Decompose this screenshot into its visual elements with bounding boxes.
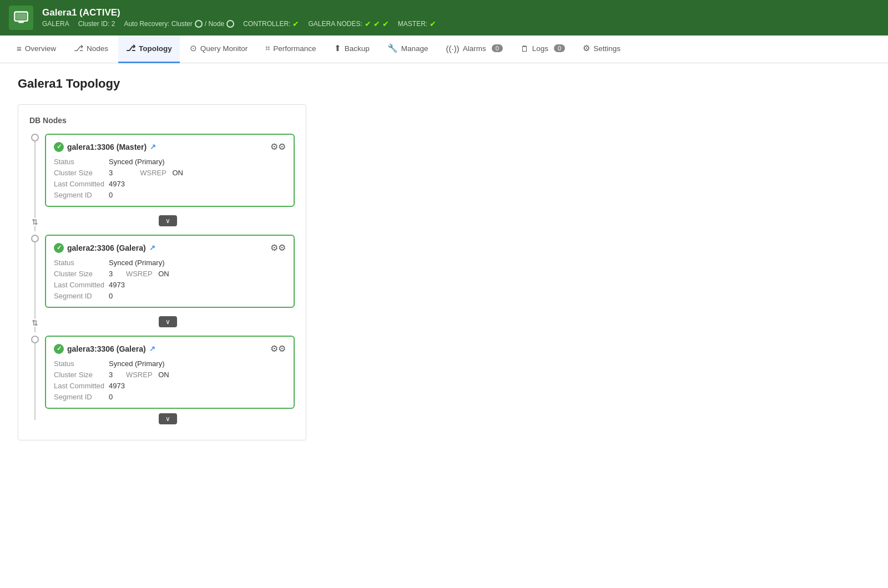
node2-segment-id-label: Segment ID [54,292,104,300]
node3-status-label: Status [54,359,104,368]
node3-card: ✓ galera3:3306 (Galera) ↗ ⚙⚙ Status Sync… [45,336,295,409]
node1-status-label: Status [54,158,104,166]
node2-cluster-size-label: Cluster Size [54,270,104,278]
node3-status-icon: ✓ [54,344,64,354]
node1-line [34,141,36,207]
node2-status-label: Status [54,258,104,267]
nav-label-backup: Backup [345,44,370,53]
node3-wrapper: ✓ galera3:3306 (Galera) ↗ ⚙⚙ Status Sync… [29,336,295,409]
node3-last-committed-label: Last Committed [54,382,104,390]
node2-fields: Status Synced (Primary) Cluster Size 3 W… [54,258,286,300]
master-status: MASTER: ✔ [398,19,436,28]
node1-circle [31,134,39,141]
node2-ext-link-icon[interactable]: ↗ [149,244,155,252]
nav-label-topology: Topology [139,44,172,53]
nav-item-logs[interactable]: 🗒 Logs 0 [513,36,573,63]
nav-label-alarms: Alarms [463,44,486,53]
node1-wrapper: ✓ galera1:3306 (Master) ↗ ⚙⚙ Status Sync… [29,134,295,207]
collapse-btn-node1[interactable]: ∨ [159,215,177,226]
manage-icon: 🔧 [387,43,398,53]
nav-item-overview[interactable]: ≡ Overview [9,36,64,63]
node2-title: ✓ galera2:3306 (Galera) ↗ [54,243,155,253]
between2-3-line-top [34,308,36,319]
nav-label-performance: Performance [273,44,316,53]
controller-status: CONTROLLER: ✔ [243,19,299,28]
header: Galera1 (ACTIVE) GALERA Cluster ID: 2 Au… [0,0,888,36]
alarms-badge: 0 [492,44,503,52]
between2-3: ⇅ ∨ [29,308,295,336]
node2-last-committed-value: 4973 [109,281,286,289]
backup-icon: ⬆ [334,43,341,53]
nav-label-settings: Settings [593,44,620,53]
node3-header: ✓ galera3:3306 (Galera) ↗ ⚙⚙ [54,343,286,354]
topology-icon: ⎇ [126,43,135,53]
collapse-btn-node2[interactable]: ∨ [159,316,177,327]
nav-item-nodes[interactable]: ⎇ Nodes [66,36,116,63]
node3-ext-link-icon[interactable]: ↗ [149,344,155,353]
nav-item-query-monitor[interactable]: ⊙ Query Monitor [182,36,256,63]
overview-icon: ≡ [17,44,22,53]
node3-gear-icon[interactable]: ⚙⚙ [270,343,286,354]
node3-status-value: Synced (Primary) [109,359,286,368]
cluster-type: GALERA [42,20,69,28]
nav-item-manage[interactable]: 🔧 Manage [380,36,436,63]
controller-check-icon: ✔ [292,19,299,28]
node3-name: galera3:3306 (Galera) [67,344,146,353]
below-node3: ∨ [29,409,295,429]
performance-icon: ⌗ [265,43,270,53]
power-cluster-icon [195,20,203,28]
node1-name: galera1:3306 (Master) [67,143,147,151]
node3-segment-id-value: 0 [109,393,286,401]
page-title: Galera1 Topology [18,77,870,91]
node1-segment-id-value: 0 [109,191,286,199]
node2-status-value: Synced (Primary) [109,258,286,267]
cluster-id: Cluster ID: 2 [78,20,115,28]
collapse-btn-node3[interactable]: ∨ [159,413,177,424]
node3-title: ✓ galera3:3306 (Galera) ↗ [54,344,155,354]
node3-fields: Status Synced (Primary) Cluster Size 3 W… [54,359,286,401]
node3-segment-id-label: Segment ID [54,393,104,401]
node3-cluster-size-row: 3 WSREP ON [109,371,286,379]
node1-cluster-size-row: 3 WSREP ON [109,169,286,177]
settings-icon: ⚙ [583,43,590,53]
node3-connector [29,336,41,409]
node1-status-icon: ✓ [54,142,64,152]
cluster-name: Galera1 (ACTIVE) [42,7,436,18]
node1-connector [29,134,41,207]
nav-item-backup[interactable]: ⬆ Backup [326,36,377,63]
galera-nodes-status: GALERA NODES: ✔ ✔ ✔ [308,19,389,28]
node2-cluster-size-row: 3 WSREP ON [109,270,286,278]
main-content: Galera1 Topology DB Nodes ✓ galera1:3306… [0,63,888,588]
nav-item-topology[interactable]: ⎇ Topology [118,36,180,63]
nav-item-settings[interactable]: ⚙ Settings [575,36,628,63]
auto-recovery: Auto Recovery: Cluster / Node [124,20,234,28]
nav-item-performance[interactable]: ⌗ Performance [258,36,324,63]
node1-gear-icon[interactable]: ⚙⚙ [270,141,286,152]
node2-name: galera2:3306 (Galera) [67,244,146,252]
between1-2: ⇅ ∨ [29,207,295,235]
node2-wrapper: ✓ galera2:3306 (Galera) ↗ ⚙⚙ Status Sync… [29,235,295,308]
node3-line [34,343,36,409]
nav-label-overview: Overview [25,44,56,53]
node3-last-committed-value: 4973 [109,382,286,390]
node2-connector [29,235,41,308]
collapse-btn3-wrapper: ∨ [41,409,295,429]
nav-label-nodes: Nodes [87,44,108,53]
node2-status-icon: ✓ [54,243,64,253]
nav-item-alarms[interactable]: ((·)) Alarms 0 [438,36,510,63]
app-icon [9,6,33,30]
below-node3-line [34,409,36,420]
header-info: Galera1 (ACTIVE) GALERA Cluster ID: 2 Au… [42,7,436,28]
collapse-btn2-wrapper: ∨ [41,308,295,336]
nav-label-manage: Manage [401,44,428,53]
node2-gear-icon[interactable]: ⚙⚙ [270,242,286,253]
nodes-icon: ⎇ [74,43,83,53]
collapse-btn1-wrapper: ∨ [41,207,295,235]
node1-status-value: Synced (Primary) [109,158,286,166]
query-monitor-icon: ⊙ [190,43,197,53]
node1-last-committed-value: 4973 [109,180,286,188]
node1-ext-link-icon[interactable]: ↗ [150,143,156,151]
node1-fields: Status Synced (Primary) Cluster Size 3 W… [54,158,286,199]
node3-circle [31,336,39,343]
svg-rect-1 [16,13,27,20]
